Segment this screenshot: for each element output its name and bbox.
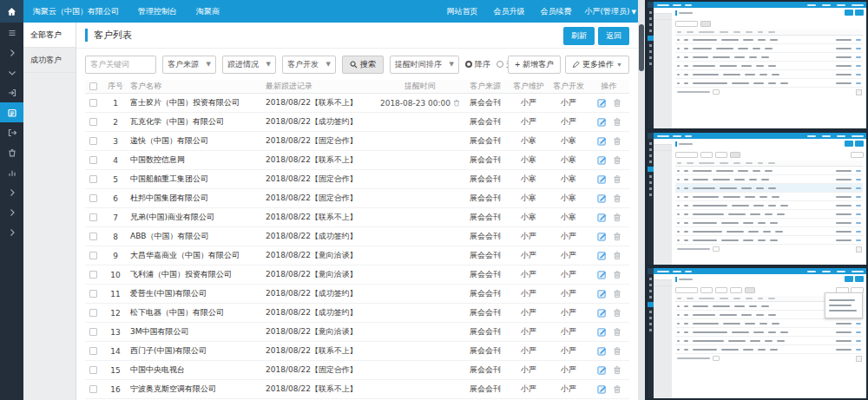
edit-icon[interactable]	[597, 155, 607, 165]
delete-icon[interactable]	[613, 270, 621, 279]
delete-icon[interactable]	[613, 308, 621, 318]
rail-item-customer-list[interactable]	[0, 102, 23, 122]
row-checkbox[interactable]	[89, 99, 97, 107]
thumb-row-bar	[745, 196, 755, 198]
row-checkbox[interactable]	[89, 137, 97, 145]
rail-item-chevron-right[interactable]	[0, 202, 23, 222]
row-checkbox[interactable]	[89, 328, 97, 336]
delete-icon[interactable]	[613, 384, 621, 394]
edit-icon[interactable]	[597, 327, 607, 337]
back-button[interactable]: 返回	[598, 27, 629, 45]
delete-icon[interactable]	[613, 289, 621, 298]
nav-right-item[interactable]: 会员续费	[533, 6, 580, 17]
sort-select[interactable]: 提醒时间排序▼	[390, 56, 459, 74]
rail-item-chevron-right[interactable]	[0, 182, 23, 202]
more-actions-button[interactable]: 更多操作 ▼	[565, 56, 629, 74]
followup-select[interactable]: 跟进情况▼	[222, 56, 276, 74]
sidebar-item[interactable]: 全部客户	[23, 23, 76, 48]
rail-item-logout[interactable]	[0, 122, 23, 142]
row-checkbox[interactable]	[89, 233, 97, 240]
rail-item-chevron-right[interactable]	[0, 43, 23, 62]
rail-item-chevron-down[interactable]	[0, 62, 23, 82]
checkbox-cell	[85, 328, 101, 336]
delete-icon[interactable]	[613, 365, 621, 375]
delete-icon[interactable]	[613, 193, 621, 203]
delete-icon[interactable]	[613, 213, 621, 222]
thumb-row-bar	[693, 239, 717, 241]
rail-item-chart[interactable]	[0, 162, 23, 182]
edit-icon[interactable]	[597, 365, 607, 375]
preview-thumbnail-3[interactable]	[648, 268, 866, 398]
delete-icon[interactable]	[613, 174, 621, 184]
row-checkbox[interactable]	[89, 252, 97, 259]
delete-icon[interactable]	[613, 251, 621, 260]
edit-icon[interactable]	[597, 346, 607, 356]
row-checkbox[interactable]	[89, 118, 97, 126]
row-checkbox[interactable]	[89, 366, 97, 374]
edit-icon[interactable]	[597, 213, 607, 222]
menu-icon	[7, 28, 17, 38]
search-button[interactable]: 搜索	[342, 56, 384, 74]
row-checkbox[interactable]	[89, 194, 97, 202]
delete-icon[interactable]	[613, 232, 621, 241]
refresh-button[interactable]: 刷新	[563, 27, 595, 45]
vertical-scrollbar[interactable]	[638, 0, 645, 400]
delete-icon[interactable]	[613, 136, 621, 146]
edit-icon[interactable]	[597, 308, 607, 318]
row-checkbox[interactable]	[89, 213, 97, 221]
thumb-header-bar	[699, 298, 714, 299]
rail-item-menu[interactable]	[0, 23, 23, 43]
edit-icon[interactable]	[597, 117, 607, 127]
row-checkbox[interactable]	[89, 385, 97, 393]
scrollbar-thumb[interactable]	[639, 24, 644, 71]
preview-thumbnail-2[interactable]	[648, 133, 866, 265]
delete-icon[interactable]	[613, 117, 621, 127]
edit-icon[interactable]	[597, 384, 607, 394]
add-customer-button[interactable]: + 新增客户	[508, 56, 561, 74]
thumb-row-bar	[677, 323, 680, 325]
edit-icon[interactable]	[597, 136, 607, 146]
keyword-input[interactable]	[85, 56, 156, 74]
table-row: 15中国中央电视台2018/08/22【固定合作】展会会刊小严小严	[85, 361, 629, 380]
delete-icon[interactable]	[613, 346, 621, 356]
nav-left-item[interactable]: 淘聚商	[187, 6, 229, 17]
home-icon[interactable]	[0, 0, 23, 23]
edit-icon[interactable]	[597, 251, 607, 260]
nav-right-item[interactable]: 网站首页	[439, 6, 486, 17]
nav-left-item[interactable]: 管理控制台	[128, 6, 187, 17]
row-checkbox[interactable]	[89, 290, 97, 298]
nav-right-item[interactable]: 会员升级	[486, 6, 533, 17]
source-cell: 展会会刊	[462, 326, 509, 338]
row-checkbox[interactable]	[89, 271, 97, 279]
source-select[interactable]: 客户来源▼	[162, 56, 216, 74]
sidebar-item[interactable]: 成功客户	[23, 48, 76, 73]
select-all-checkbox[interactable]	[89, 82, 97, 90]
thumb-nav-dash	[673, 4, 681, 6]
edit-icon[interactable]	[597, 174, 607, 184]
edit-icon[interactable]	[597, 98, 607, 108]
row-checkbox[interactable]	[89, 309, 97, 317]
rail-item-chevron-right[interactable]	[0, 222, 23, 242]
rail-item-trash[interactable]	[0, 142, 23, 162]
sidebar: 全部客户成功客户	[23, 23, 76, 400]
row-checkbox[interactable]	[89, 347, 97, 355]
nav-left-item[interactable]: 淘聚云（中国）有限公司	[23, 6, 128, 17]
delete-icon[interactable]	[613, 327, 621, 337]
customer-name-cell: 瓦克化学（中国）有限公司	[130, 116, 266, 128]
user-menu[interactable]: 小严(管理员)▼	[580, 6, 645, 17]
rail-item-login[interactable]	[0, 82, 23, 102]
thumb-row-bar	[749, 56, 757, 58]
thumb-row-bar	[768, 331, 776, 333]
row-checkbox[interactable]	[89, 175, 97, 183]
delete-icon[interactable]	[613, 155, 621, 165]
delete-icon[interactable]	[613, 98, 621, 108]
preview-thumbnail-1[interactable]	[648, 2, 866, 128]
row-checkbox[interactable]	[89, 156, 97, 164]
edit-icon[interactable]	[597, 232, 607, 241]
develop-select[interactable]: 客户开发▼	[282, 56, 336, 74]
edit-icon[interactable]	[597, 193, 607, 203]
edit-icon[interactable]	[597, 270, 607, 279]
sort-desc-radio[interactable]: 降序	[465, 59, 490, 70]
edit-icon[interactable]	[597, 289, 607, 298]
reminder-delete-icon[interactable]	[453, 99, 460, 107]
